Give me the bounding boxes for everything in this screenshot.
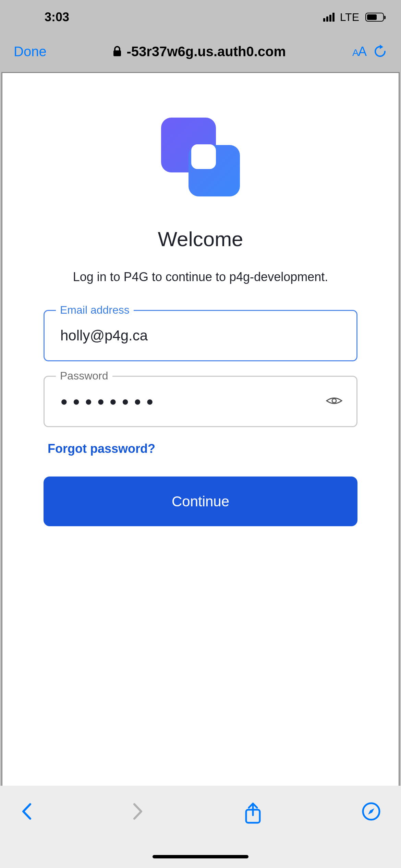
safari-button[interactable] [362,802,380,821]
page-title: Welcome [44,227,357,251]
show-password-button[interactable] [326,395,342,408]
forgot-password-link[interactable]: Forgot password? [44,442,357,456]
status-time: 3:03 [45,10,69,24]
email-input[interactable] [44,310,357,361]
forward-button[interactable] [132,802,144,821]
url-area[interactable]: -53r37w6g.us.auth0.com [53,44,345,59]
url-text: -53r37w6g.us.auth0.com [126,44,286,59]
webview-content: Welcome Log in to P4G to continue to p4g… [1,72,400,799]
refresh-button[interactable] [373,44,387,59]
back-button[interactable] [21,802,32,821]
password-value: ●●●●●●●● [60,394,158,409]
status-indicators: LTE [323,11,384,24]
share-button[interactable] [244,802,262,824]
email-field-wrap: Email address [44,310,357,361]
password-label: Password [56,370,112,382]
lock-icon [113,46,122,57]
browser-toolbar: Done -53r37w6g.us.auth0.com AA [0,34,401,69]
textsize-button[interactable]: AA [352,44,366,59]
password-input[interactable]: ●●●●●●●● [44,376,357,427]
signal-icon [323,13,335,22]
svg-point-1 [332,399,336,403]
done-button[interactable]: Done [14,44,47,59]
network-label: LTE [340,11,359,24]
continue-button[interactable]: Continue [44,477,357,526]
password-field-wrap: Password ●●●●●●●● [44,376,357,427]
status-bar: 3:03 LTE [0,0,401,34]
battery-icon [365,13,384,22]
svg-rect-0 [113,50,121,56]
email-label: Email address [56,304,134,316]
home-indicator[interactable] [153,855,248,858]
app-logo [44,118,357,196]
page-subtitle: Log in to P4G to continue to p4g-develop… [44,270,357,284]
